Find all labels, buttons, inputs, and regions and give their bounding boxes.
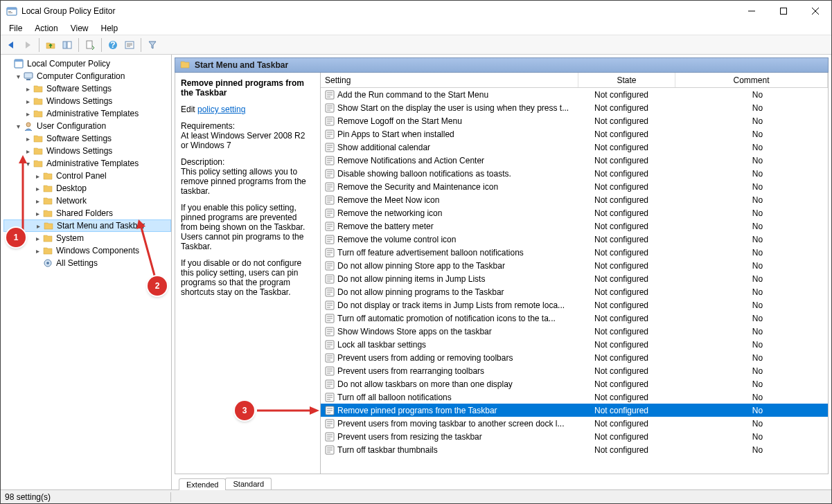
list-row[interactable]: Remove the Meet Now iconNot configuredNo	[321, 193, 828, 206]
minimize-button[interactable]	[736, 1, 768, 21]
tree-item[interactable]: Administrative Templates	[3, 107, 171, 120]
chevron-right-icon[interactable]	[33, 247, 42, 255]
tree-item[interactable]: Windows Components	[3, 244, 171, 257]
folder-icon	[33, 108, 44, 119]
tree-item[interactable]: Network	[3, 195, 171, 207]
list-row[interactable]: Disable showing balloon notifications as…	[321, 167, 828, 180]
col-state[interactable]: State	[578, 73, 675, 87]
list-row[interactable]: Do not allow taskbars on more than one d…	[321, 377, 828, 390]
col-comment[interactable]: Comment	[675, 73, 828, 87]
tree-user-config[interactable]: User Configuration	[3, 120, 171, 132]
header-title: Start Menu and Taskbar	[195, 60, 288, 70]
chevron-down-icon[interactable]	[13, 123, 23, 130]
tree-item[interactable]: Windows Settings	[3, 95, 171, 107]
chevron-right-icon[interactable]	[33, 222, 43, 230]
list-row[interactable]: Prevent users from adding or removing to…	[321, 351, 828, 364]
policy-item-icon	[325, 129, 335, 139]
edit-policy-link[interactable]: policy setting	[197, 105, 245, 114]
tree-item[interactable]: All Settings	[3, 257, 171, 269]
policy-item-icon	[325, 274, 335, 284]
chevron-right-icon[interactable]	[33, 172, 42, 180]
menu-file[interactable]: File	[3, 22, 28, 35]
chevron-right-icon[interactable]	[33, 235, 42, 242]
list-body[interactable]: Add the Run command to the Start MenuNot…	[321, 88, 828, 474]
col-setting[interactable]: Setting	[321, 73, 578, 87]
list-row[interactable]: Do not display or track items in Jump Li…	[321, 298, 828, 312]
tree-item[interactable]: Windows Settings	[3, 145, 171, 157]
forward-button[interactable]	[20, 37, 35, 53]
cell-state: Not configured	[590, 353, 687, 363]
cell-comment: No	[687, 419, 828, 429]
app-icon	[6, 6, 17, 17]
list-row[interactable]: Prevent users from moving taskbar to ano…	[321, 417, 828, 430]
maximize-button[interactable]	[768, 1, 799, 21]
cell-comment: No	[687, 366, 828, 376]
help-button[interactable]: ?	[105, 37, 121, 53]
chevron-down-icon[interactable]	[13, 73, 23, 80]
list-row[interactable]: Turn off all balloon notificationsNot co…	[321, 390, 828, 404]
list-row[interactable]: Remove the volume control iconNot config…	[321, 233, 828, 246]
cell-setting: Show Windows Store apps on the taskbar	[321, 327, 590, 336]
export-button[interactable]	[82, 37, 98, 53]
list-row[interactable]: Remove the battery meterNot configuredNo	[321, 219, 828, 233]
list-row[interactable]: Remove Logoff on the Start MenuNot confi…	[321, 114, 828, 127]
menu-view[interactable]: View	[65, 22, 94, 35]
tree-computer-config[interactable]: Computer Configuration	[3, 70, 171, 82]
list-row[interactable]: Remove the Security and Maintenance icon…	[321, 180, 828, 193]
tree-item[interactable]: Software Settings	[3, 132, 171, 145]
list-row[interactable]: Turn off taskbar thumbnailsNot configure…	[321, 443, 828, 456]
menu-action[interactable]: Action	[29, 22, 63, 35]
tree-pane[interactable]: Local Computer Policy Computer Configura…	[1, 55, 172, 489]
menu-help[interactable]: Help	[96, 22, 124, 35]
filter-button[interactable]	[145, 37, 160, 53]
list-row[interactable]: Show Windows Store apps on the taskbarNo…	[321, 325, 828, 338]
list-row[interactable]: Turn off automatic promotion of notifica…	[321, 312, 828, 325]
list-row[interactable]: Turn off feature advertisement balloon n…	[321, 246, 828, 259]
chevron-icon[interactable]	[23, 147, 33, 155]
properties-button[interactable]	[122, 37, 137, 53]
chevron-right-icon[interactable]	[33, 197, 42, 205]
chevron-right-icon[interactable]	[33, 210, 42, 217]
svg-point-21	[26, 123, 30, 127]
chevron-icon[interactable]	[23, 160, 33, 168]
list-row[interactable]: Pin Apps to Start when installedNot conf…	[321, 127, 828, 141]
up-button[interactable]	[43, 37, 58, 53]
tree-item[interactable]: Desktop	[3, 182, 171, 195]
list-row[interactable]: Prevent users from rearranging toolbarsN…	[321, 364, 828, 377]
list-row[interactable]: Add the Run command to the Start MenuNot…	[321, 88, 828, 101]
tree-item-selected[interactable]: Start Menu and Taskbar	[3, 219, 171, 232]
list-row[interactable]: Remove Notifications and Action CenterNo…	[321, 154, 828, 167]
tree-item[interactable]: Control Panel	[3, 170, 171, 182]
tab-extended[interactable]: Extended	[179, 478, 226, 490]
tree-item[interactable]: Administrative Templates	[3, 157, 171, 170]
show-hide-tree-button[interactable]	[60, 37, 75, 53]
policy-item-icon	[325, 261, 335, 271]
close-button[interactable]	[799, 1, 831, 21]
chevron-icon[interactable]	[23, 135, 33, 143]
list-row[interactable]: Prevent users from resizing the taskbarN…	[321, 430, 828, 443]
chevron-right-icon[interactable]	[23, 98, 33, 105]
description: Description: This policy setting allows …	[181, 157, 315, 196]
tree-item[interactable]: Software Settings	[3, 82, 171, 95]
cell-state: Not configured	[590, 143, 687, 152]
list-row[interactable]: Lock all taskbar settingsNot configuredN…	[321, 338, 828, 351]
policy-item-icon	[325, 222, 335, 231]
cell-state: Not configured	[590, 103, 687, 113]
list-row[interactable]: Remove pinned programs from the TaskbarN…	[321, 404, 828, 417]
back-button[interactable]	[3, 37, 19, 53]
list-row[interactable]: Remove the networking iconNot configured…	[321, 206, 828, 219]
tree-item[interactable]: Shared Folders	[3, 207, 171, 219]
cell-comment: No	[687, 327, 828, 336]
chevron-right-icon[interactable]	[33, 185, 42, 192]
list-row[interactable]: Do not allow pinning Store app to the Ta…	[321, 259, 828, 272]
tree-item[interactable]: System	[3, 232, 171, 244]
tree-root[interactable]: Local Computer Policy	[3, 57, 171, 70]
list-row[interactable]: Do not allow pinning items in Jump Lists…	[321, 272, 828, 285]
list-row[interactable]: Show additional calendarNot configuredNo	[321, 141, 828, 154]
chevron-right-icon[interactable]	[23, 110, 33, 118]
list-row[interactable]: Show Start on the display the user is us…	[321, 101, 828, 114]
list-row[interactable]: Do not allow pinning programs to the Tas…	[321, 285, 828, 298]
chevron-right-icon[interactable]	[23, 85, 33, 93]
tab-standard[interactable]: Standard	[225, 478, 272, 489]
cell-setting: Turn off feature advertisement balloon n…	[321, 248, 590, 258]
